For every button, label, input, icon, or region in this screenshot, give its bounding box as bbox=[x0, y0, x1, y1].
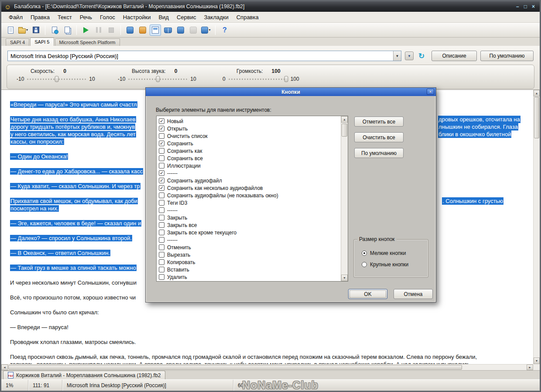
checkbox-icon[interactable] bbox=[159, 259, 164, 265]
horizontal-scrollbar[interactable]: ◄ ► bbox=[1, 364, 533, 370]
document-tab[interactable]: FB2 Коржиков Виталий - Мореплавания Солн… bbox=[3, 371, 165, 379]
radio-large-buttons[interactable]: Крупные кнопки bbox=[362, 261, 428, 268]
tab-sapi-5[interactable]: SAPI 5 bbox=[30, 38, 54, 46]
dialog-list-item-8[interactable]: ✓Сохранить аудиофайл bbox=[157, 177, 341, 184]
save-text-icon[interactable] bbox=[30, 24, 41, 36]
checkbox-icon[interactable]: ✓ bbox=[159, 170, 164, 176]
dialog-list-item-16[interactable]: ------ bbox=[157, 236, 341, 244]
open-book-icon[interactable] bbox=[162, 24, 174, 36]
checkbox-icon[interactable] bbox=[159, 163, 164, 168]
checkbox-icon[interactable]: ✓ bbox=[159, 118, 164, 124]
listbox-scrollbar-thumb[interactable] bbox=[342, 124, 347, 137]
dialog-list-item-13[interactable]: Закрыть bbox=[157, 214, 341, 221]
clear-all-button[interactable]: Очистить все bbox=[354, 132, 404, 142]
dialog-list-item-17[interactable]: Отменить bbox=[157, 244, 341, 251]
defaults-button[interactable]: По умолчанию bbox=[354, 148, 404, 158]
checkbox-icon[interactable] bbox=[159, 133, 164, 139]
save-audio-multiple-icon[interactable] bbox=[62, 24, 73, 36]
menu-item-9[interactable]: Справка bbox=[233, 13, 263, 22]
speed-slider-track[interactable] bbox=[27, 76, 86, 82]
dialog-close-icon[interactable]: × bbox=[427, 89, 434, 95]
voice-default-button[interactable]: По умолчанию bbox=[480, 51, 534, 61]
checkbox-icon[interactable] bbox=[159, 215, 164, 220]
dialog-list-item-2[interactable]: Очистить список bbox=[157, 132, 341, 140]
menu-item-6[interactable]: Вид bbox=[154, 13, 173, 22]
scroll-down-arrow-icon[interactable]: ▼ bbox=[534, 358, 540, 364]
volume-slider-thumb[interactable] bbox=[284, 76, 288, 82]
toolbar-items-listbox[interactable]: ✓Новый✓ОткрытьОчистить список✓СохранитьС… bbox=[156, 116, 348, 282]
menu-item-0[interactable]: Файл bbox=[5, 13, 27, 22]
radio-icon[interactable] bbox=[362, 262, 367, 267]
vertical-scrollbar[interactable]: ▲ ▼ bbox=[533, 90, 540, 364]
dialog-list-item-1[interactable]: ✓Открыть bbox=[157, 125, 341, 132]
new-file-icon[interactable] bbox=[5, 24, 16, 36]
check-all-button[interactable]: Отметить все bbox=[354, 117, 404, 127]
checkbox-icon[interactable] bbox=[159, 244, 164, 250]
checkbox-icon[interactable]: ✓ bbox=[159, 126, 164, 131]
save-audio-file-icon[interactable] bbox=[49, 24, 60, 36]
dialog-list-item-14[interactable]: Закрыть все bbox=[157, 221, 341, 229]
open-file-icon[interactable]: ▾ bbox=[17, 24, 29, 36]
radio-small-buttons[interactable]: Мелкие кнопки bbox=[362, 250, 428, 256]
tab-microsoft-speech-platform[interactable]: Microsoft Speech Platform bbox=[55, 38, 120, 46]
checkbox-icon[interactable] bbox=[159, 274, 164, 280]
refresh-voices-icon[interactable]: ↻ bbox=[417, 52, 426, 60]
scroll-left-arrow-icon[interactable]: ◄ bbox=[1, 364, 8, 370]
dialog-title-bar[interactable]: Кнопки × bbox=[146, 88, 436, 96]
dialog-list-item-15[interactable]: Закрыть все кроме текущего bbox=[157, 229, 341, 236]
radio-icon[interactable] bbox=[362, 251, 367, 256]
dialog-list-item-3[interactable]: ✓Сохранить bbox=[157, 140, 341, 147]
listbox-scroll-up-icon[interactable]: ▲ bbox=[341, 116, 348, 123]
menu-item-5[interactable]: Настройки bbox=[119, 13, 155, 22]
dictionary-icon[interactable] bbox=[124, 24, 136, 36]
help-icon[interactable] bbox=[219, 24, 230, 36]
dialog-list-item-11[interactable]: Теги ID3 bbox=[157, 199, 341, 206]
menu-item-1[interactable]: Правка bbox=[27, 13, 54, 22]
pitch-slider-track[interactable] bbox=[128, 76, 187, 82]
close-button[interactable]: × bbox=[532, 3, 535, 10]
menu-item-2[interactable]: Текст bbox=[54, 13, 76, 22]
combobox-arrow-icon[interactable]: ▼ bbox=[393, 51, 401, 61]
vertical-scrollbar-thumb[interactable] bbox=[534, 97, 539, 138]
checkbox-icon[interactable] bbox=[159, 155, 164, 161]
dialog-list-item-0[interactable]: ✓Новый bbox=[157, 117, 341, 125]
menu-item-4[interactable]: Голос bbox=[96, 13, 119, 22]
checkbox-icon[interactable]: ✓ bbox=[159, 178, 164, 183]
checkbox-icon[interactable] bbox=[159, 230, 164, 235]
listbox-scroll-down-icon[interactable]: ▼ bbox=[341, 275, 348, 281]
menu-item-7[interactable]: Сервис bbox=[173, 13, 200, 22]
horizontal-scrollbar-thumb[interactable] bbox=[8, 365, 462, 370]
voice-list-icon[interactable]: ▾ bbox=[405, 52, 414, 60]
cancel-button[interactable]: Отмена bbox=[394, 289, 433, 299]
dialog-list-item-4[interactable]: Сохранить как bbox=[157, 147, 341, 155]
pitch-slider-thumb[interactable] bbox=[156, 76, 160, 82]
pronunciation-icon[interactable] bbox=[137, 24, 148, 36]
toolbar-buttons-icon[interactable] bbox=[150, 24, 161, 36]
dialog-list-item-21[interactable]: Удалить bbox=[157, 273, 341, 281]
scroll-right-arrow-icon[interactable]: ► bbox=[527, 364, 533, 370]
checkbox-icon[interactable] bbox=[159, 252, 164, 258]
dialog-list-item-6[interactable]: Иллюстрации bbox=[157, 162, 341, 169]
tab-sapi-4[interactable]: SAPI 4 bbox=[6, 38, 29, 46]
listbox-scrollbar[interactable]: ▲ ▼ bbox=[341, 116, 348, 281]
dialog-list-item-20[interactable]: Вставить bbox=[157, 266, 341, 273]
volume-slider-track[interactable] bbox=[229, 76, 288, 82]
checkbox-icon[interactable] bbox=[159, 200, 164, 206]
ok-button[interactable]: OK bbox=[348, 289, 387, 299]
dialog-list-item-10[interactable]: Сохранить аудиофайлы (не показывать окно… bbox=[157, 192, 341, 199]
dialog-list-item-19[interactable]: Копировать bbox=[157, 258, 341, 266]
menu-item-3[interactable]: Речь bbox=[76, 13, 96, 22]
voices-menu-icon[interactable]: ▾ bbox=[200, 24, 212, 36]
scroll-up-arrow-icon[interactable]: ▲ bbox=[534, 90, 540, 96]
dialog-list-item-18[interactable]: Вырезать bbox=[157, 251, 341, 258]
dialog-list-item-5[interactable]: Сохранить все bbox=[157, 155, 341, 162]
voice-description-button[interactable]: Описание bbox=[431, 51, 477, 61]
checkbox-icon[interactable] bbox=[159, 222, 164, 228]
minimize-button[interactable]: – bbox=[516, 3, 519, 10]
play-icon[interactable] bbox=[80, 24, 92, 36]
dialog-list-item-7[interactable]: ✓------ bbox=[157, 169, 341, 177]
checkbox-icon[interactable] bbox=[159, 207, 164, 213]
menu-item-8[interactable]: Закладки bbox=[200, 13, 232, 22]
checkbox-icon[interactable]: ✓ bbox=[159, 141, 164, 146]
checkbox-icon[interactable] bbox=[159, 267, 164, 272]
